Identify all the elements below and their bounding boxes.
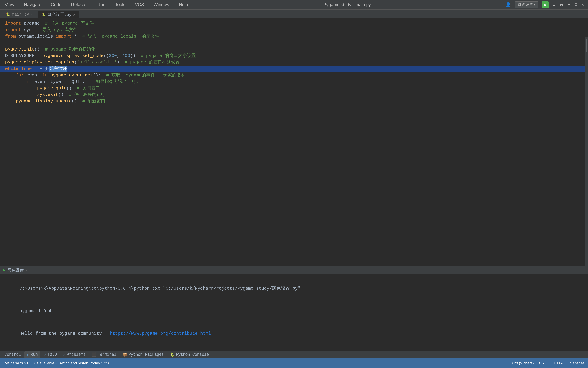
chevron-down-icon: ▾	[534, 3, 535, 7]
toolbar-actions: 👤 颜色设置 ▾ ▶ ⚙ ⊡ ─ □ ✕	[505, 1, 585, 8]
status-update-message[interactable]: PyCharm 2021.3.3 is available // Switch …	[3, 361, 112, 365]
run-config-label: 颜色设置	[518, 2, 533, 7]
terminal-icon: ⬛	[92, 352, 96, 357]
menu-tools[interactable]: Tools	[114, 1, 127, 8]
code-line-10: if event.type == QUIT: # 如果指令为退出，则：	[0, 79, 588, 85]
run-tab-name: 颜色设置	[7, 267, 24, 273]
title-bar: View Navigate Code Refactor Run Tools VC…	[0, 0, 588, 9]
indentation[interactable]: 4 spaces	[570, 361, 585, 365]
python-file-icon: 🐍	[42, 12, 46, 17]
python-packages-label: Python Packages	[129, 352, 164, 357]
tab-main-py[interactable]: 🐍 main.py ✕	[2, 10, 37, 18]
code-line-1: import pygame # 导入 pygame 库文件	[0, 20, 588, 27]
output-line-2: pygame 1.9.4	[3, 300, 585, 322]
python-console-icon: 🐍	[170, 352, 175, 357]
code-line-12: sys.exit() # 停止程序的运行	[0, 92, 588, 98]
todo-icon: ☑	[44, 352, 46, 357]
tab-colorsetting-py[interactable]: 🐍 颜色设置.py ✕	[37, 10, 79, 18]
bottom-toolbar: Control ▶ Run ☑ TODO ⚠ Problems ⬛ Termin…	[0, 351, 588, 359]
menu-vcs[interactable]: VCS	[133, 1, 145, 8]
person-icon[interactable]: 👤	[505, 1, 512, 8]
menu-run[interactable]: Run	[96, 1, 107, 8]
window-title: Pygame study - main.py	[323, 2, 371, 7]
code-line-6: DISPLAYSURF = pygame.display.set_mode((3…	[0, 53, 588, 59]
code-line-7: pygame.display.set_caption('Hello world!…	[0, 59, 588, 65]
status-bar-left: PyCharm 2021.3.3 is available // Switch …	[3, 361, 112, 365]
menu-window[interactable]: Window	[152, 1, 171, 8]
menu-refactor[interactable]: Refactor	[70, 1, 89, 8]
maximize-icon[interactable]: □	[574, 2, 578, 8]
pygame-community-link[interactable]: https://www.pygame.org/contribute.html	[110, 331, 211, 336]
code-line-11: pygame.quit() # 关闭窗口	[0, 85, 588, 92]
todo-tool-item[interactable]: ☑ TODO	[41, 351, 60, 358]
status-bar: PyCharm 2021.3.3 is available // Switch …	[0, 359, 588, 368]
control-tool-item[interactable]: Control	[2, 351, 24, 358]
python-packages-icon: 📦	[123, 352, 127, 357]
code-line-2: import sys # 导入 sys 库文件	[0, 27, 588, 33]
python-console-label: Python Console	[176, 352, 209, 357]
editor-scrollbar[interactable]	[585, 37, 588, 266]
file-encoding[interactable]: UTF-8	[554, 361, 564, 365]
code-line-5: pygame.init() # pygame 独特的初始化	[0, 46, 588, 53]
python-console-tool-item[interactable]: 🐍 Python Console	[167, 351, 211, 358]
run-tool-icon: ▶	[27, 352, 29, 357]
run-tab-bar: ▶ 颜色设置 ✕	[0, 266, 588, 275]
menu-view[interactable]: View	[3, 1, 16, 8]
output-line-3: Hello from the pygame community. https:/…	[3, 322, 585, 345]
menu-navigate[interactable]: Navigate	[23, 1, 43, 8]
tab-label: 颜色设置.py	[48, 12, 71, 17]
menu-code[interactable]: Code	[50, 1, 63, 8]
status-bar-right: 8:20 (2 chars) CRLF UTF-8 4 spaces	[511, 361, 585, 365]
run-button[interactable]: ▶	[542, 1, 549, 8]
output-line-1: C:\Users\k\AppData\Roaming\tc\python-3.6…	[3, 277, 585, 300]
code-line-9: for event in pygame.event.get(): # 获取 py…	[0, 72, 588, 79]
python-packages-tool-item[interactable]: 📦 Python Packages	[120, 351, 167, 358]
line-separator[interactable]: CRLF	[539, 361, 549, 365]
editor-tab-bar: 🐍 main.py ✕ 🐍 颜色设置.py ✕	[0, 9, 588, 18]
python-file-icon: 🐍	[6, 12, 10, 17]
minimize-icon[interactable]: ─	[567, 2, 570, 8]
problems-icon: ⚠	[63, 352, 65, 357]
run-config-button[interactable]: 颜色设置 ▾	[515, 1, 538, 8]
control-label: Control	[4, 352, 21, 357]
terminal-label: Terminal	[97, 352, 116, 357]
close-icon[interactable]: ✕	[581, 2, 585, 8]
code-line-8: while True: # 开始主循环	[0, 65, 588, 72]
code-line-13: pygame.display.update() # 刷新窗口	[0, 98, 588, 104]
layout-icon[interactable]: ⊡	[560, 1, 564, 8]
problems-tool-item[interactable]: ⚠ Problems	[60, 351, 88, 358]
cursor-position[interactable]: 8:20 (2 chars)	[511, 361, 534, 365]
tab-close-icon[interactable]: ✕	[73, 12, 75, 17]
settings-icon[interactable]: ⚙	[552, 1, 556, 8]
problems-label: Problems	[67, 352, 85, 357]
run-tab-close-icon[interactable]: ✕	[26, 268, 27, 272]
menu-help[interactable]: Help	[177, 1, 189, 8]
code-line-4	[0, 40, 588, 46]
terminal-tool-item[interactable]: ⬛ Terminal	[89, 351, 119, 358]
run-tool-label: Run	[31, 352, 38, 357]
run-icon-small: ▶	[3, 268, 6, 272]
run-tool-item[interactable]: ▶ Run	[24, 351, 41, 358]
tab-label: main.py	[12, 12, 29, 17]
menu-bar: View Navigate Code Refactor Run Tools VC…	[3, 1, 189, 8]
code-editor[interactable]: import pygame # 导入 pygame 库文件 import sys…	[0, 18, 588, 266]
code-line-3: from pygame.locals import * # 导入 pygame.…	[0, 33, 588, 40]
scrollbar-thumb[interactable]	[586, 38, 588, 52]
tab-close-icon[interactable]: ✕	[31, 12, 33, 17]
todo-label: TODO	[48, 352, 57, 357]
